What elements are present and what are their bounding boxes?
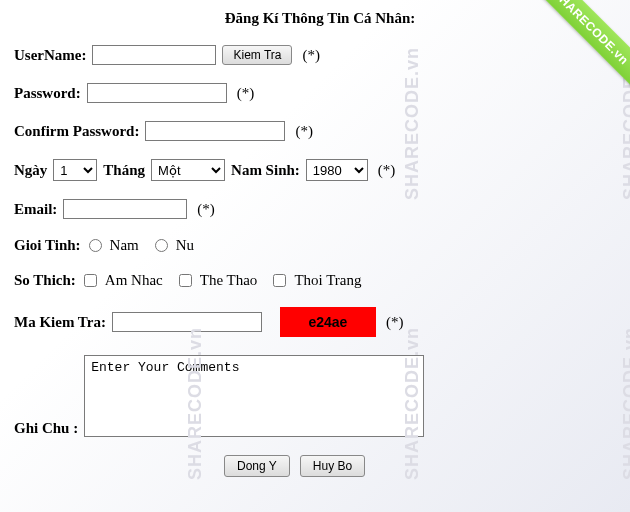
comments-textarea[interactable]: Enter Your Comments [84,355,424,437]
required-marker: (*) [295,123,313,140]
username-input[interactable] [92,45,216,65]
required-marker: (*) [386,314,404,331]
password-label: Password: [14,85,81,102]
dob-year-label: Nam Sinh: [231,162,300,179]
required-marker: (*) [197,201,215,218]
gender-label: Gioi Tinh: [14,237,81,254]
comments-label: Ghi Chu : [14,420,78,437]
hobby-fashion-label: Thoi Trang [294,272,361,289]
cancel-button[interactable]: Huy Bo [300,455,365,477]
username-label: UserName: [14,47,86,64]
row-comments: Ghi Chu : Enter Your Comments [14,355,626,437]
dob-month-label: Tháng [103,162,145,179]
submit-button[interactable]: Dong Y [224,455,290,477]
page-title: Đăng Kí Thông Tin Cá Nhân: [14,10,626,27]
row-captcha: Ma Kiem Tra: e24ae (*) [14,307,626,337]
dob-month-select[interactable]: Một [151,159,225,181]
registration-form: Đăng Kí Thông Tin Cá Nhân: UserName: Kie… [0,0,630,477]
dob-day-select[interactable]: 1 [53,159,97,181]
row-hobbies: So Thich: Am Nhac The Thao Thoi Trang [14,272,626,289]
required-marker: (*) [378,162,396,179]
gender-male-radio[interactable] [89,239,102,252]
check-username-button[interactable]: Kiem Tra [222,45,292,65]
hobby-sport-checkbox[interactable] [179,274,192,287]
hobby-music-label: Am Nhac [105,272,163,289]
email-label: Email: [14,201,57,218]
row-password: Password: (*) [14,83,626,103]
gender-female-radio[interactable] [155,239,168,252]
gender-female-label: Nu [176,237,194,254]
captcha-image: e24ae [280,307,376,337]
hobby-sport-label: The Thao [200,272,258,289]
row-gender: Gioi Tinh: Nam Nu [14,237,626,254]
row-buttons: Dong Y Huy Bo [224,455,626,477]
required-marker: (*) [237,85,255,102]
row-dob: Ngày 1 Tháng Một Nam Sinh: 1980 (*) [14,159,626,181]
row-email: Email: (*) [14,199,626,219]
gender-male-label: Nam [110,237,139,254]
hobby-music-checkbox[interactable] [84,274,97,287]
required-marker: (*) [302,47,320,64]
confirm-password-label: Confirm Password: [14,123,139,140]
captcha-label: Ma Kiem Tra: [14,314,106,331]
hobbies-label: So Thich: [14,272,76,289]
row-username: UserName: Kiem Tra (*) [14,45,626,65]
dob-day-label: Ngày [14,162,47,179]
row-confirm-password: Confirm Password: (*) [14,121,626,141]
dob-year-select[interactable]: 1980 [306,159,368,181]
password-input[interactable] [87,83,227,103]
confirm-password-input[interactable] [145,121,285,141]
email-input[interactable] [63,199,187,219]
hobby-fashion-checkbox[interactable] [273,274,286,287]
captcha-input[interactable] [112,312,262,332]
